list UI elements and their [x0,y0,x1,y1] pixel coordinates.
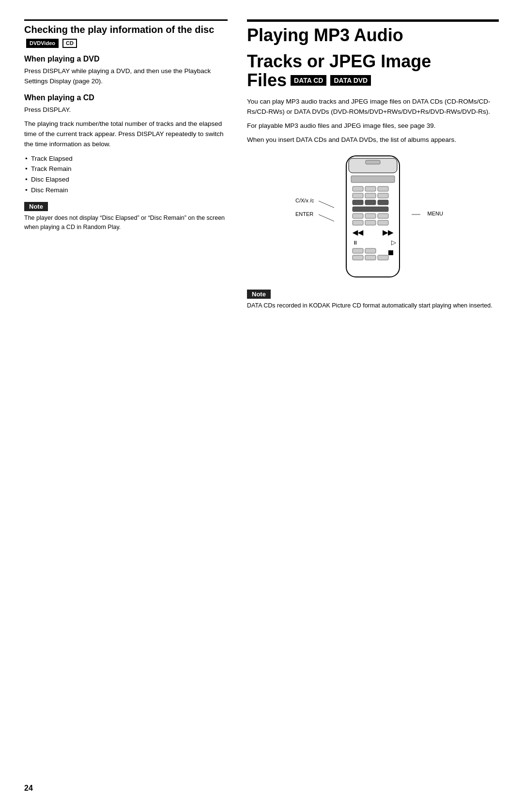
svg-line-0 [319,201,334,208]
dvdvideo-badge: DVDVideo [26,39,59,48]
remote-illustration: C/X/x /c ENTER MENU [247,153,499,281]
svg-rect-11 [365,193,376,198]
svg-rect-32 [378,255,388,260]
label-lines [295,153,334,279]
cd-subheading: When playing a CD [24,93,228,102]
svg-rect-9 [378,186,388,191]
svg-rect-13 [353,200,363,205]
svg-rect-7 [353,186,363,191]
cd-body: The playing track number/the total numbe… [24,119,228,150]
right-note-text: DATA CDs recorded in KODAK Picture CD fo… [247,301,499,310]
svg-rect-30 [353,255,363,260]
right-note-box: Note DATA CDs recorded in KODAK Picture … [247,290,499,310]
cd-bullets: Track Elapsed Track Remain Disc Elapsed … [24,153,228,195]
right-section-title-line3: Files DATA CD DATA DVD [247,71,499,90]
right-column: Playing MP3 Audio Tracks or JPEG Image F… [247,19,499,310]
right-note-label: Note [247,290,271,299]
svg-rect-18 [365,214,376,218]
menu-line [412,153,443,279]
data-dvd-badge: DATA DVD [330,75,371,86]
left-note-text: The player does not display “Disc Elapse… [24,214,228,232]
svg-rect-27 [388,250,393,255]
left-section-title: Checking the play information of the dis… [24,19,228,48]
page-number: 24 [24,784,33,793]
svg-line-1 [319,214,334,221]
right-section-title-line1: Playing MP3 Audio [247,19,499,45]
svg-rect-8 [365,186,376,191]
svg-rect-10 [353,193,363,198]
left-title-text: Checking the play information of the dis… [24,24,214,35]
svg-rect-16 [353,207,388,212]
dvd-subheading: When playing a DVD [24,55,228,63]
svg-text:▶▶: ▶▶ [383,229,394,236]
right-body1: You can play MP3 audio tracks and JPEG i… [247,97,499,117]
svg-rect-29 [365,248,376,253]
svg-text:⏸: ⏸ [353,240,358,245]
svg-rect-17 [353,214,363,218]
svg-rect-12 [378,193,388,198]
files-text: Files [247,71,287,90]
bullet-track-elapsed: Track Elapsed [24,153,228,164]
page-layout: Checking the play information of the dis… [24,19,499,310]
right-body3: When you insert DATA CDs and DATA DVDs, … [247,135,499,145]
svg-rect-6 [351,176,395,183]
svg-text:▷: ▷ [391,239,396,246]
svg-rect-14 [365,200,376,205]
bullet-disc-remain: Disc Remain [24,185,228,196]
remote-svg: ◀◀ ▶▶ ▷ ⏸ [334,153,412,279]
right-section-title-line2: Tracks or JPEG Image [247,52,499,71]
bullet-disc-elapsed: Disc Elapsed [24,174,228,185]
data-cd-badge: DATA CD [291,75,326,86]
left-column: Checking the play information of the dis… [24,19,228,310]
right-body2: For playable MP3 audio files and JPEG im… [247,121,499,131]
left-note-label: Note [24,202,48,211]
svg-rect-15 [378,200,388,205]
svg-rect-19 [378,214,388,218]
cd-intro: Press DISPLAY. [24,105,228,115]
left-note-box: Note The player does not display “Disc E… [24,202,228,232]
cd-badge: CD [62,39,77,48]
svg-rect-28 [353,248,363,253]
bullet-track-remain: Track Remain [24,164,228,174]
svg-rect-20 [353,220,363,225]
svg-rect-22 [378,220,388,225]
title-badges: DVDVideo CD [24,39,77,48]
svg-rect-21 [365,220,376,225]
dvd-body: Press DISPLAY while playing a DVD, and t… [24,66,228,87]
svg-text:◀◀: ◀◀ [352,229,364,236]
svg-rect-5 [366,160,380,164]
svg-rect-31 [365,255,376,260]
